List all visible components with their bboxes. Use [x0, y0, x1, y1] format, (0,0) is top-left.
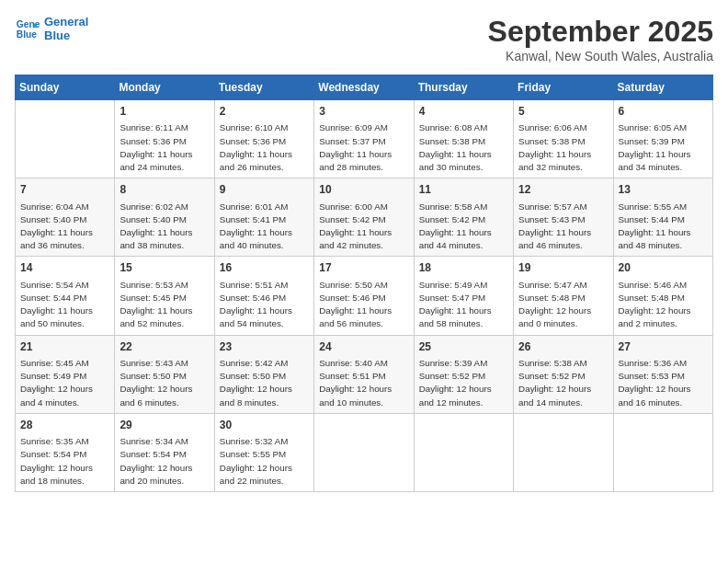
calendar-body: 1Sunrise: 6:11 AMSunset: 5:36 PMDaylight…	[16, 100, 713, 492]
day-info-line: Daylight: 11 hours	[619, 148, 708, 161]
day-info-line: Daylight: 12 hours	[220, 462, 309, 475]
day-info-line: Daylight: 11 hours	[419, 148, 508, 161]
day-number: 29	[119, 418, 209, 433]
day-info-line: Sunrise: 5:35 AM	[20, 435, 109, 448]
day-info-line: Sunrise: 5:45 AM	[20, 357, 109, 370]
day-number: 21	[20, 339, 109, 355]
calendar-header-monday: Monday	[115, 75, 214, 100]
day-info-line: Sunset: 5:42 PM	[319, 213, 408, 226]
day-info-line: and 44 minutes.	[419, 239, 508, 252]
day-number: 26	[518, 339, 608, 355]
day-info-line: and 34 minutes.	[619, 161, 708, 174]
day-number: 19	[518, 260, 608, 276]
day-info-line: and 22 minutes.	[220, 475, 309, 488]
day-info-line: Daylight: 11 hours	[119, 226, 209, 239]
calendar-header-row: SundayMondayTuesdayWednesdayThursdayFrid…	[16, 75, 713, 100]
day-number: 3	[319, 104, 408, 120]
day-number: 16	[220, 260, 309, 276]
day-info-line: Daylight: 11 hours	[20, 304, 109, 317]
calendar-cell: 17Sunrise: 5:50 AMSunset: 5:46 PMDayligh…	[314, 257, 414, 335]
day-info-line: Sunrise: 6:09 AM	[319, 121, 408, 134]
day-info-line: Sunrise: 6:00 AM	[319, 201, 408, 213]
calendar-cell: 28Sunrise: 5:35 AMSunset: 5:54 PMDayligh…	[16, 413, 115, 491]
day-info-line: Sunset: 5:52 PM	[419, 370, 508, 383]
calendar-cell: 24Sunrise: 5:40 AMSunset: 5:51 PMDayligh…	[314, 335, 414, 413]
calendar-cell: 25Sunrise: 5:39 AMSunset: 5:52 PMDayligh…	[414, 335, 513, 413]
day-number: 20	[619, 260, 708, 276]
day-info-line: and 24 minutes.	[119, 161, 209, 174]
day-info-line: Sunset: 5:41 PM	[220, 213, 309, 226]
day-number: 7	[20, 182, 109, 198]
day-number: 17	[319, 260, 408, 276]
day-info-line: Sunset: 5:40 PM	[119, 213, 209, 226]
day-info-line: Daylight: 12 hours	[119, 462, 209, 475]
day-info-line: Sunrise: 6:11 AM	[119, 121, 209, 134]
calendar-cell: 23Sunrise: 5:42 AMSunset: 5:50 PMDayligh…	[214, 335, 313, 413]
day-info-line: Daylight: 11 hours	[119, 304, 209, 317]
day-info-line: Sunrise: 5:36 AM	[619, 357, 708, 370]
day-info-line: Sunset: 5:54 PM	[20, 448, 109, 461]
day-info-line: Sunrise: 6:06 AM	[518, 121, 608, 134]
day-info-line: Sunset: 5:44 PM	[619, 213, 708, 226]
day-info-line: and 58 minutes.	[419, 317, 508, 330]
calendar-cell: 16Sunrise: 5:51 AMSunset: 5:46 PMDayligh…	[214, 257, 313, 335]
day-info-line: Sunrise: 6:04 AM	[20, 201, 109, 213]
day-info-line: Daylight: 12 hours	[518, 383, 608, 396]
day-info-line: Sunset: 5:47 PM	[419, 292, 508, 304]
calendar-cell: 11Sunrise: 5:58 AMSunset: 5:42 PMDayligh…	[414, 178, 513, 257]
calendar-cell: 18Sunrise: 5:49 AMSunset: 5:47 PMDayligh…	[414, 257, 513, 335]
day-info-line: Sunrise: 5:43 AM	[119, 357, 209, 370]
day-number: 27	[619, 339, 708, 355]
header: General Blue General Blue September 2025…	[15, 15, 713, 63]
day-info-line: and 32 minutes.	[518, 161, 608, 174]
day-info-line: Sunset: 5:49 PM	[20, 370, 109, 383]
day-info-line: Sunset: 5:38 PM	[518, 135, 608, 148]
calendar-header-thursday: Thursday	[414, 75, 513, 100]
day-info-line: Daylight: 11 hours	[20, 226, 109, 239]
day-info-line: Sunset: 5:44 PM	[20, 292, 109, 304]
calendar-cell: 1Sunrise: 6:11 AMSunset: 5:36 PMDaylight…	[115, 100, 214, 178]
day-info-line: and 46 minutes.	[518, 239, 608, 252]
day-info-line: Sunset: 5:40 PM	[20, 213, 109, 226]
calendar-cell: 15Sunrise: 5:53 AMSunset: 5:45 PMDayligh…	[115, 257, 214, 335]
day-info-line: Daylight: 12 hours	[518, 304, 608, 317]
day-info-line: Daylight: 11 hours	[220, 304, 309, 317]
day-number: 25	[419, 339, 508, 355]
day-number: 2	[220, 104, 309, 120]
day-info-line: Sunrise: 5:39 AM	[419, 357, 508, 370]
calendar-cell: 21Sunrise: 5:45 AMSunset: 5:49 PMDayligh…	[16, 335, 115, 413]
day-number: 12	[518, 182, 608, 198]
svg-text:Blue: Blue	[17, 29, 38, 40]
calendar-week-5: 28Sunrise: 5:35 AMSunset: 5:54 PMDayligh…	[16, 413, 713, 491]
day-info-line: and 20 minutes.	[119, 475, 209, 488]
day-info-line: Sunrise: 6:05 AM	[619, 121, 708, 134]
title-section: September 2025 Kanwal, New South Wales, …	[488, 15, 713, 63]
calendar-cell: 9Sunrise: 6:01 AMSunset: 5:41 PMDaylight…	[214, 178, 313, 257]
logo: General Blue General Blue	[15, 15, 88, 42]
calendar-cell: 30Sunrise: 5:32 AMSunset: 5:55 PMDayligh…	[214, 413, 313, 491]
day-info-line: Sunrise: 5:53 AM	[119, 279, 209, 292]
day-info-line: Sunset: 5:48 PM	[518, 292, 608, 304]
day-info-line: Sunset: 5:37 PM	[319, 135, 408, 148]
calendar-cell: 2Sunrise: 6:10 AMSunset: 5:36 PMDaylight…	[214, 100, 313, 178]
day-number: 14	[20, 260, 109, 276]
day-number: 22	[119, 339, 209, 355]
day-info-line: Sunset: 5:38 PM	[419, 135, 508, 148]
day-info-line: Daylight: 11 hours	[220, 226, 309, 239]
day-number: 24	[319, 339, 408, 355]
calendar-cell: 12Sunrise: 5:57 AMSunset: 5:43 PMDayligh…	[514, 178, 613, 257]
day-info-line: Sunrise: 5:46 AM	[619, 279, 708, 292]
day-info-line: Sunset: 5:46 PM	[319, 292, 408, 304]
day-info-line: Sunset: 5:55 PM	[220, 448, 309, 461]
day-number: 4	[419, 104, 508, 120]
day-info-line: Sunset: 5:46 PM	[220, 292, 309, 304]
day-number: 6	[619, 104, 708, 120]
calendar-week-3: 14Sunrise: 5:54 AMSunset: 5:44 PMDayligh…	[16, 257, 713, 335]
day-info-line: Sunset: 5:50 PM	[119, 370, 209, 383]
day-info-line: and 28 minutes.	[319, 161, 408, 174]
day-info-line: Sunrise: 5:49 AM	[419, 279, 508, 292]
day-info-line: and 50 minutes.	[20, 317, 109, 330]
day-info-line: Daylight: 12 hours	[419, 383, 508, 396]
day-info-line: Daylight: 12 hours	[20, 462, 109, 475]
day-number: 11	[419, 182, 508, 198]
